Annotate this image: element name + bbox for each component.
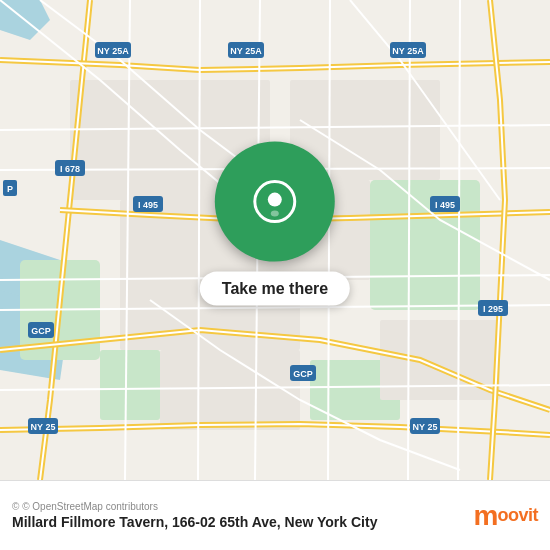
svg-rect-10	[160, 350, 300, 430]
svg-rect-1	[370, 180, 480, 310]
svg-text:NY 25A: NY 25A	[97, 46, 129, 56]
pin-icon	[253, 180, 297, 224]
take-me-there-button[interactable]: Take me there	[200, 272, 350, 306]
svg-text:I 495: I 495	[138, 200, 158, 210]
svg-text:GCP: GCP	[293, 369, 313, 379]
svg-rect-3	[100, 350, 160, 420]
svg-text:NY 25A: NY 25A	[230, 46, 262, 56]
svg-text:P: P	[7, 184, 13, 194]
svg-text:I 678: I 678	[60, 164, 80, 174]
moovit-logo-text: oovit	[498, 505, 539, 526]
svg-text:NY 25: NY 25	[413, 422, 438, 432]
svg-text:GCP: GCP	[31, 326, 51, 336]
location-pin-circle	[215, 142, 335, 262]
location-name: Millard Fillmore Tavern, 166-02 65th Ave…	[12, 514, 377, 530]
map-container: NY 25A NY 25A NY 25A I 678 I 495 I 495 I…	[0, 0, 550, 480]
svg-point-48	[268, 193, 282, 207]
moovit-logo: m oovit	[474, 500, 538, 532]
bottom-bar: © © OpenStreetMap contributors Millard F…	[0, 480, 550, 550]
svg-text:I 495: I 495	[435, 200, 455, 210]
map-attribution: © © OpenStreetMap contributors	[12, 501, 377, 512]
svg-text:NY 25: NY 25	[31, 422, 56, 432]
svg-text:NY 25A: NY 25A	[392, 46, 424, 56]
attribution-link: © OpenStreetMap contributors	[22, 501, 158, 512]
svg-point-49	[271, 211, 279, 217]
svg-text:I 295: I 295	[483, 304, 503, 314]
navigation-overlay[interactable]: Take me there	[200, 142, 350, 306]
bottom-left-info: © © OpenStreetMap contributors Millard F…	[12, 501, 377, 530]
moovit-logo-mark: m	[474, 500, 498, 532]
